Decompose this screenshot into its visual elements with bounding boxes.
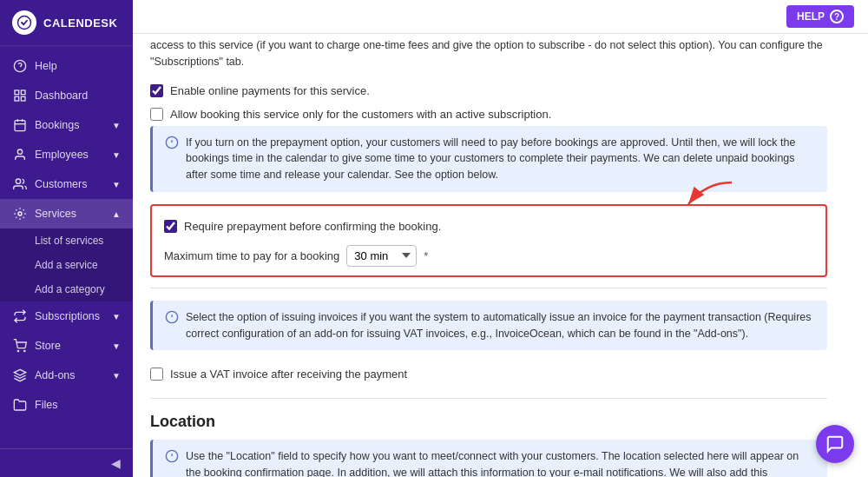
svg-point-15 [24, 350, 25, 351]
topbar: HELP ? [133, 0, 868, 34]
svg-point-11 [17, 149, 22, 154]
chat-button[interactable] [816, 425, 854, 463]
divider-1 [150, 288, 827, 288]
help-label: HELP [797, 10, 825, 23]
sidebar-item-files[interactable]: Files [0, 390, 133, 420]
vat-invoice-label: Issue a VAT invoice after receiving the … [170, 368, 407, 381]
sidebar-item-help[interactable]: Help [0, 51, 133, 81]
store-arrow: ▼ [112, 341, 121, 351]
svg-rect-3 [15, 90, 19, 95]
main-area: HELP ? access to this service (if you wa… [133, 0, 868, 477]
sidebar-label-customers: Customers [35, 178, 87, 190]
submenu-list-services[interactable]: List of services [0, 229, 133, 253]
divider-2 [150, 398, 827, 399]
submenu-add-category[interactable]: Add a category [0, 277, 133, 301]
invoice-info-icon [165, 310, 179, 329]
svg-point-13 [18, 212, 22, 215]
sidebar-item-services[interactable]: Services ▲ [0, 199, 133, 229]
svg-point-14 [17, 350, 18, 351]
red-arrow-annotation [671, 178, 740, 215]
subscriptions-icon [12, 308, 28, 324]
location-info-icon [165, 449, 179, 468]
prepayment-checkbox[interactable] [164, 220, 177, 233]
invoice-info-banner: Select the option of issuing invoices if… [150, 301, 827, 351]
content-inner: access to this service (if you want to c… [133, 34, 845, 477]
prepayment-section: Require prepayment before confirming the… [150, 204, 827, 277]
sidebar-label-help: Help [35, 60, 57, 72]
services-arrow: ▲ [112, 209, 121, 219]
help-question-icon: ? [830, 10, 844, 23]
vat-invoice-checkbox[interactable] [150, 368, 163, 381]
services-icon [12, 206, 28, 222]
max-time-label: Maximum time to pay for a booking [164, 249, 339, 262]
sidebar-label-services: Services [35, 208, 76, 220]
sidebar-label-store: Store [35, 340, 61, 352]
sidebar-label-dashboard: Dashboard [35, 89, 88, 102]
sidebar-label-bookings: Bookings [35, 119, 79, 131]
svg-rect-7 [15, 121, 25, 131]
prepayment-label: Require prepayment before confirming the… [184, 220, 441, 233]
invoice-info-text: Select the option of issuing invoices if… [186, 309, 815, 342]
services-submenu: List of services Add a service Add a cat… [0, 229, 133, 301]
bookings-icon [12, 117, 28, 133]
svg-rect-6 [21, 96, 25, 101]
sidebar-item-customers[interactable]: Customers ▼ [0, 169, 133, 199]
info-icon [165, 136, 179, 155]
sidebar-item-bookings[interactable]: Bookings ▼ [0, 110, 133, 140]
sidebar-label-subscriptions: Subscriptions [35, 310, 100, 322]
submenu-add-service[interactable]: Add a service [0, 253, 133, 277]
employees-arrow: ▼ [112, 150, 121, 160]
customers-icon [12, 176, 28, 192]
logo-area[interactable]: CALENDESK [0, 0, 133, 46]
logo-text: CALENDESK [43, 17, 117, 30]
subscriptions-arrow: ▼ [112, 312, 121, 321]
content-area: access to this service (if you want to c… [133, 34, 868, 477]
max-time-row: Maximum time to pay for a booking 15 min… [164, 245, 813, 267]
location-section: Location Use the "Location" field to spe… [150, 413, 827, 477]
prepayment-checkbox-row: Require prepayment before confirming the… [164, 215, 813, 238]
sidebar-item-subscriptions[interactable]: Subscriptions ▼ [0, 301, 133, 331]
files-icon [12, 397, 28, 413]
vat-invoice-row: Issue a VAT invoice after receiving the … [150, 362, 827, 386]
max-time-select[interactable]: 15 min 30 min 45 min 60 min 90 min 120 m… [346, 245, 417, 267]
addons-arrow: ▼ [112, 371, 121, 381]
dashboard-icon [12, 88, 28, 103]
enable-payments-row: Enable online payments for this service. [150, 79, 827, 103]
sidebar-bottom: ◀ [0, 448, 133, 477]
logo-icon [12, 10, 36, 35]
subscription-only-checkbox[interactable] [150, 108, 163, 121]
sidebar-nav: Help Dashboard Bookings ▼ Employees ▼ [0, 46, 133, 448]
sidebar-item-store[interactable]: Store ▼ [0, 331, 133, 361]
sidebar-label-files: Files [35, 399, 57, 411]
prepayment-info-text: If you turn on the prepayment option, yo… [186, 135, 815, 183]
location-title: Location [150, 413, 827, 431]
subscription-only-label: Allow booking this service only for the … [170, 108, 551, 121]
sidebar-item-addons[interactable]: Add-ons ▼ [0, 361, 133, 390]
subscription-only-row: Allow booking this service only for the … [150, 103, 827, 126]
sidebar: CALENDESK Help Dashboard Bookings ▼ [0, 0, 133, 477]
help-icon [12, 58, 28, 74]
enable-payments-label: Enable online payments for this service. [170, 84, 370, 97]
location-info-banner: Use the "Location" field to specify how … [150, 440, 827, 477]
customers-arrow: ▼ [112, 180, 121, 189]
top-partial-text: access to this service (if you want to c… [150, 34, 827, 79]
employees-icon [12, 147, 28, 162]
invoice-info-section: Select the option of issuing invoices if… [150, 301, 827, 387]
store-icon [12, 338, 28, 354]
help-button[interactable]: HELP ? [786, 5, 854, 28]
collapse-button[interactable]: ◀ [111, 456, 121, 470]
bookings-arrow: ▼ [112, 121, 121, 130]
svg-point-12 [16, 179, 20, 183]
location-info-text: Use the "Location" field to specify how … [186, 448, 815, 477]
sidebar-label-employees: Employees [35, 149, 89, 161]
svg-rect-5 [15, 96, 19, 101]
addons-icon [12, 368, 28, 383]
sidebar-item-dashboard[interactable]: Dashboard [0, 81, 133, 110]
enable-payments-checkbox[interactable] [150, 84, 163, 97]
svg-rect-4 [21, 90, 25, 95]
asterisk-mark: * [424, 249, 428, 262]
sidebar-item-employees[interactable]: Employees ▼ [0, 140, 133, 169]
sidebar-label-addons: Add-ons [35, 369, 76, 381]
